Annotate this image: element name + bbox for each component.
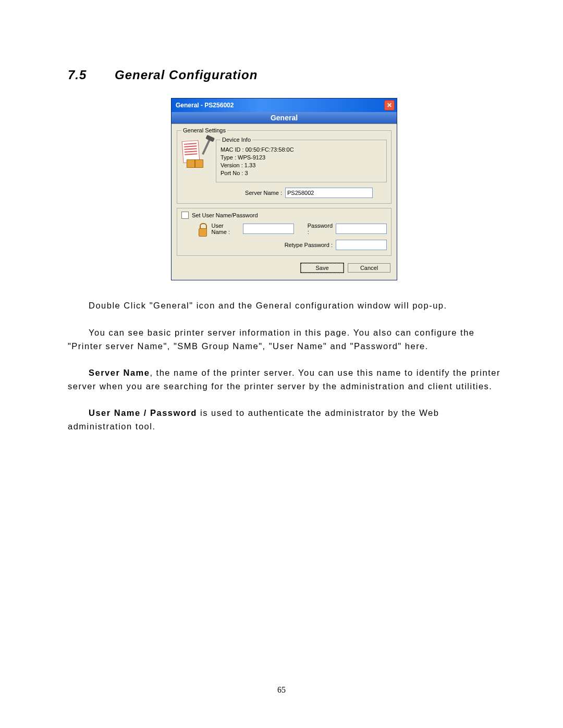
password-label: Password : — [308, 223, 333, 235]
section-number: 7.5 — [68, 68, 115, 82]
general-settings-group: General Settings Device Info MAC ID : 00… — [177, 127, 391, 204]
server-name-input[interactable] — [285, 188, 373, 198]
version-line: Version : 1.33 — [221, 162, 382, 169]
device-info-group: Device Info MAC ID : 00:50:FC:73:58:0C T… — [216, 137, 387, 182]
general-config-dialog: General - PS256002 ✕ General General Set… — [171, 98, 397, 280]
save-button[interactable]: Save — [301, 263, 344, 273]
general-settings-legend: General Settings — [181, 127, 227, 133]
paragraph-4: User Name / Password is used to authenti… — [68, 406, 500, 433]
lock-icon — [197, 221, 206, 237]
page-number: 65 — [0, 685, 563, 695]
retype-password-label: Retype Password : — [285, 242, 333, 248]
section-title: General Configuration — [115, 68, 258, 82]
tools-icon — [181, 139, 211, 168]
mac-id-line: MAC ID : 00:50:FC:73:58:0C — [221, 146, 382, 154]
retype-password-input[interactable] — [336, 240, 387, 250]
paragraph-3: Server Name, the name of the printer ser… — [68, 366, 500, 393]
close-icon[interactable]: ✕ — [384, 100, 395, 110]
set-credentials-label: Set User Name/Password — [192, 212, 258, 218]
section-heading: 7.5General Configuration — [68, 68, 500, 82]
type-line: Type : WPS-9123 — [221, 154, 382, 162]
device-info-legend: Device Info — [221, 137, 252, 143]
user-name-input[interactable] — [243, 224, 294, 234]
cancel-button[interactable]: Cancel — [348, 263, 390, 273]
server-name-label: Server Name : — [230, 190, 282, 196]
window-title: General - PS256002 — [176, 102, 234, 109]
set-credentials-checkbox[interactable] — [181, 212, 189, 219]
paragraph-2: You can see basic printer server informa… — [68, 326, 500, 353]
titlebar[interactable]: General - PS256002 ✕ — [172, 98, 397, 112]
password-input[interactable] — [336, 224, 387, 234]
credentials-group: Set User Name/Password User Name : Passw… — [177, 208, 391, 256]
tab-general[interactable]: General — [172, 112, 397, 124]
user-name-label: User Name : — [212, 223, 240, 235]
paragraph-1: Double Click "General" icon and the Gene… — [68, 299, 500, 313]
port-line: Port No : 3 — [221, 169, 382, 177]
